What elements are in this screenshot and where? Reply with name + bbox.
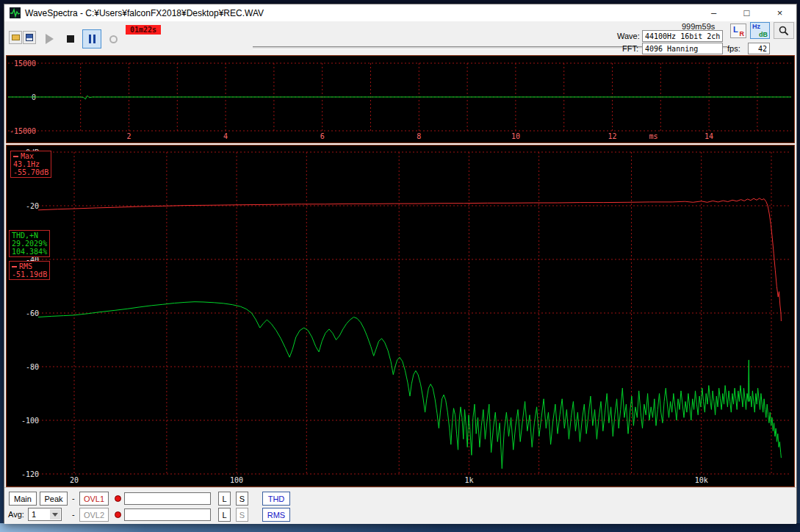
minimize-button[interactable]: –: [697, 4, 730, 21]
svg-text:12: 12: [608, 132, 616, 140]
rms-level: -51.19dB: [12, 270, 47, 278]
stop-button[interactable]: [61, 29, 80, 48]
wave-info-box: 44100Hz 16bit 2ch: [642, 30, 723, 42]
svg-text:ms: ms: [649, 132, 657, 140]
ovl1-button[interactable]: OVL1: [79, 492, 109, 506]
save-file-button[interactable]: [23, 31, 36, 44]
thd-button[interactable]: THD: [262, 492, 290, 506]
dash-separator: -: [72, 494, 75, 503]
fps-value-box: 42: [748, 43, 770, 54]
avg-select[interactable]: 1: [28, 508, 62, 521]
svg-text:-120: -120: [21, 470, 39, 478]
play-button[interactable]: [40, 29, 59, 48]
peak-frequency: 43.1Hz: [13, 160, 48, 168]
svg-text:14: 14: [704, 132, 713, 140]
play-icon: [46, 34, 54, 44]
svg-text:15000: 15000: [14, 60, 36, 68]
svg-text:2: 2: [126, 132, 131, 140]
db-axis-icon: dB: [759, 31, 768, 38]
right-channel-icon: R: [740, 30, 745, 37]
spectrum-plot: 0dB-20-40-60-80-100-120201001k10k: [7, 145, 794, 486]
rms-readout-title: RMS: [19, 262, 32, 270]
wavespectra-window: WaveSpectra - C:¥Users¥falconFX2018¥Desk…: [4, 4, 797, 523]
window-controls: – □ ×: [697, 4, 796, 21]
svg-text:-15000: -15000: [10, 127, 36, 135]
stop-icon: [67, 35, 74, 43]
avg-label: Avg:: [8, 510, 24, 519]
elapsed-time-display: 01m22s: [126, 25, 161, 35]
svg-text:-60: -60: [26, 309, 39, 317]
svg-text:10: 10: [511, 132, 520, 140]
svg-text:4: 4: [223, 132, 228, 140]
open-file-button[interactable]: [9, 31, 22, 44]
maximize-button[interactable]: □: [730, 4, 763, 21]
left-channel-icon: L: [733, 25, 738, 34]
ovl2-load-button[interactable]: L: [218, 508, 231, 522]
peak-button[interactable]: Peak: [40, 492, 68, 506]
waveform-plot: 150000-1500024681012ms14: [7, 56, 794, 143]
hz-axis-icon: Hz: [752, 23, 760, 30]
total-time-display: 999m59s: [682, 22, 715, 31]
dash-separator: -: [72, 510, 75, 519]
thd-value-2: 104.384%: [12, 248, 47, 256]
folder-icon: [12, 35, 20, 40]
ovl1-color-indicator[interactable]: [115, 495, 121, 502]
ovl2-file-input[interactable]: [124, 508, 211, 521]
channel-select-button[interactable]: L R: [730, 24, 746, 38]
disk-icon: [26, 34, 33, 41]
rms-button[interactable]: RMS: [262, 508, 290, 522]
magnifier-icon: [779, 26, 789, 36]
window-title: WaveSpectra - C:¥Users¥falconFX2018¥Desk…: [25, 8, 264, 18]
ovl2-save-button[interactable]: S: [236, 508, 248, 522]
svg-text:100: 100: [230, 476, 243, 484]
svg-text:8: 8: [417, 132, 421, 140]
thd-readout: THD,+N 29.2029% 104.384%: [9, 230, 50, 257]
waveform-chart: 150000-1500024681012ms14: [6, 55, 795, 143]
loop-button[interactable]: [104, 29, 123, 48]
toolbar: 01m22s Wave: 44100Hz 16bit 2ch FFT: 4096…: [4, 21, 796, 55]
peak-level: -55.70dB: [13, 168, 48, 176]
fps-label: fps:: [727, 44, 740, 53]
wave-label: Wave:: [617, 32, 640, 40]
ovl1-save-button[interactable]: S: [236, 492, 248, 506]
svg-text:-80: -80: [26, 363, 39, 371]
loop-icon: [109, 35, 118, 43]
ovl2-color-indicator[interactable]: [115, 511, 121, 518]
peak-readout-title: Max: [21, 152, 34, 160]
peak-marker-icon: [13, 156, 18, 157]
rms-marker-icon: [12, 266, 17, 267]
main-button[interactable]: Main: [9, 492, 37, 506]
svg-text:1k: 1k: [464, 476, 473, 484]
fft-label: FFT:: [622, 44, 638, 53]
minimize-icon: –: [711, 7, 716, 18]
svg-text:10k: 10k: [695, 476, 708, 484]
settings-button[interactable]: [774, 22, 794, 39]
control-panel: Main Peak - OVL1 L S THD Avg: 1 - OVL2 L…: [4, 487, 796, 524]
pause-button[interactable]: [82, 29, 101, 48]
close-button[interactable]: ×: [763, 4, 796, 21]
axis-mode-button[interactable]: Hz dB: [750, 22, 770, 39]
pause-icon: [89, 35, 96, 43]
thd-readout-title: THD,+N: [12, 231, 47, 240]
fft-info-box: 4096 Hanning: [642, 43, 723, 54]
thd-value-1: 29.2029%: [12, 240, 47, 248]
title-bar: WaveSpectra - C:¥Users¥falconFX2018¥Desk…: [4, 4, 796, 21]
maximize-icon: □: [744, 7, 750, 18]
svg-text:20: 20: [70, 476, 79, 484]
ovl2-button[interactable]: OVL2: [79, 508, 109, 522]
close-icon: ×: [777, 7, 783, 18]
peak-readout: Max 43.1Hz -55.70dB: [10, 151, 51, 178]
desktop-taskbar-strip: [0, 523, 800, 532]
app-icon: [10, 7, 21, 18]
svg-text:6: 6: [320, 132, 325, 140]
ovl1-file-input[interactable]: [124, 492, 211, 505]
svg-text:-20: -20: [26, 202, 39, 210]
svg-text:-100: -100: [21, 417, 39, 425]
spectrum-chart: 0dB-20-40-60-80-100-120201001k10k Max 43…: [6, 145, 795, 487]
chevron-down-icon[interactable]: [50, 509, 60, 520]
ovl1-load-button[interactable]: L: [218, 492, 231, 506]
rms-readout: RMS -51.19dB: [9, 261, 50, 280]
avg-select-value: 1: [32, 510, 36, 519]
